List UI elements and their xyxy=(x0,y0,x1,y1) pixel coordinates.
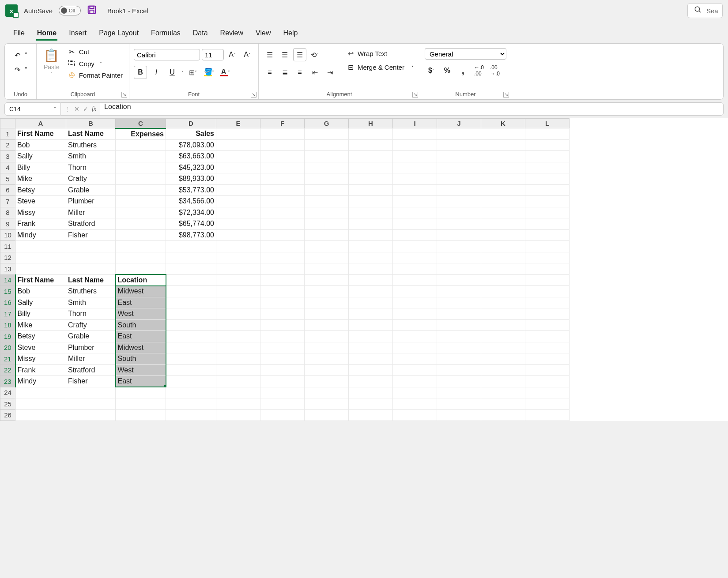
cell-A25[interactable] xyxy=(15,398,66,410)
row-header-23[interactable]: 23 xyxy=(0,376,15,387)
column-header-A[interactable]: A xyxy=(15,119,66,128)
cell-H4[interactable] xyxy=(349,162,393,173)
font-size-input[interactable] xyxy=(202,49,224,60)
cell-F19[interactable] xyxy=(260,331,305,342)
cell-K10[interactable] xyxy=(481,229,525,241)
cell-L18[interactable] xyxy=(525,319,570,331)
cell-B14[interactable]: Last Name xyxy=(66,274,116,286)
cell-H12[interactable] xyxy=(349,252,393,263)
name-box[interactable]: C14 ˅ xyxy=(4,102,61,116)
cell-A9[interactable]: Frank xyxy=(15,218,66,230)
cell-B23[interactable]: Fisher xyxy=(66,376,116,387)
cell-D22[interactable] xyxy=(166,364,216,376)
cell-B13[interactable] xyxy=(66,263,116,275)
cell-A6[interactable]: Betsy xyxy=(15,184,66,196)
cell-G12[interactable] xyxy=(305,252,349,263)
font-color-button[interactable]: A xyxy=(218,66,231,79)
cell-C16[interactable]: East xyxy=(116,297,166,308)
select-all-corner[interactable] xyxy=(0,119,15,128)
row-header-10[interactable]: 10 xyxy=(0,229,15,241)
cell-B25[interactable] xyxy=(66,398,116,410)
cell-K25[interactable] xyxy=(481,398,525,410)
cell-A19[interactable]: Betsy xyxy=(15,331,66,342)
cell-D11[interactable] xyxy=(166,241,216,252)
cell-F22[interactable] xyxy=(260,364,305,376)
cell-I26[interactable] xyxy=(393,409,437,421)
tab-formulas[interactable]: Formulas xyxy=(150,26,181,40)
cell-G20[interactable] xyxy=(305,342,349,353)
cell-E15[interactable] xyxy=(216,286,260,297)
tab-review[interactable]: Review xyxy=(219,26,244,40)
cell-C20[interactable]: Midwest xyxy=(116,342,166,353)
cancel-formula-button[interactable]: ✕ xyxy=(74,105,79,113)
cell-F6[interactable] xyxy=(260,184,305,196)
cell-G19[interactable] xyxy=(305,331,349,342)
cell-I1[interactable] xyxy=(393,128,437,140)
column-header-I[interactable]: I xyxy=(393,119,437,128)
cell-H26[interactable] xyxy=(349,409,393,421)
cell-B17[interactable]: Thorn xyxy=(66,308,116,320)
cell-D18[interactable] xyxy=(166,319,216,331)
cell-I10[interactable] xyxy=(393,229,437,241)
cell-F7[interactable] xyxy=(260,196,305,207)
cell-L22[interactable] xyxy=(525,364,570,376)
cell-C14[interactable]: Location xyxy=(116,274,166,286)
cell-C1[interactable]: Expenses xyxy=(116,128,166,140)
cell-D16[interactable] xyxy=(166,297,216,308)
tab-file[interactable]: File xyxy=(12,26,26,40)
cell-I22[interactable] xyxy=(393,364,437,376)
cell-E21[interactable] xyxy=(216,353,260,365)
clipboard-launcher[interactable]: ↘ xyxy=(121,92,127,98)
cell-C9[interactable] xyxy=(116,218,166,230)
cell-F3[interactable] xyxy=(260,151,305,162)
cell-K13[interactable] xyxy=(481,263,525,275)
row-header-5[interactable]: 5 xyxy=(0,173,15,185)
cell-C26[interactable] xyxy=(116,409,166,421)
cell-J6[interactable] xyxy=(437,184,481,196)
cell-A23[interactable]: Mindy xyxy=(15,376,66,387)
cell-I23[interactable] xyxy=(393,376,437,387)
cell-H22[interactable] xyxy=(349,364,393,376)
cell-F15[interactable] xyxy=(260,286,305,297)
cell-E18[interactable] xyxy=(216,319,260,331)
cell-A11[interactable] xyxy=(15,241,66,252)
cell-F21[interactable] xyxy=(260,353,305,365)
cell-G11[interactable] xyxy=(305,241,349,252)
cell-H10[interactable] xyxy=(349,229,393,241)
cell-K5[interactable] xyxy=(481,173,525,185)
cell-A8[interactable]: Missy xyxy=(15,207,66,218)
cell-F4[interactable] xyxy=(260,162,305,173)
cell-J4[interactable] xyxy=(437,162,481,173)
cell-C5[interactable] xyxy=(116,173,166,185)
cell-L13[interactable] xyxy=(525,263,570,275)
cell-D1[interactable]: Sales xyxy=(166,128,216,140)
cell-K22[interactable] xyxy=(481,364,525,376)
cell-G9[interactable] xyxy=(305,218,349,230)
align-left-button[interactable]: ≡ xyxy=(263,66,276,79)
comma-button[interactable]: , xyxy=(456,64,470,77)
row-header-21[interactable]: 21 xyxy=(0,353,15,365)
cell-K17[interactable] xyxy=(481,308,525,320)
cell-F8[interactable] xyxy=(260,207,305,218)
cell-C21[interactable]: South xyxy=(116,353,166,365)
cell-I3[interactable] xyxy=(393,151,437,162)
cell-L3[interactable] xyxy=(525,151,570,162)
cell-J21[interactable] xyxy=(437,353,481,365)
row-header-24[interactable]: 24 xyxy=(0,387,15,398)
row-header-15[interactable]: 15 xyxy=(0,286,15,297)
cell-A5[interactable]: Mike xyxy=(15,173,66,185)
cell-G1[interactable] xyxy=(305,128,349,140)
cell-L9[interactable] xyxy=(525,218,570,230)
cell-G21[interactable] xyxy=(305,353,349,365)
row-header-6[interactable]: 6 xyxy=(0,184,15,196)
cell-J22[interactable] xyxy=(437,364,481,376)
cell-H17[interactable] xyxy=(349,308,393,320)
cell-H1[interactable] xyxy=(349,128,393,140)
cell-F16[interactable] xyxy=(260,297,305,308)
column-header-E[interactable]: E xyxy=(216,119,260,128)
cell-A13[interactable] xyxy=(15,263,66,275)
cell-K21[interactable] xyxy=(481,353,525,365)
cell-B8[interactable]: Miller xyxy=(66,207,116,218)
cell-B1[interactable]: Last Name xyxy=(66,128,116,140)
borders-button[interactable]: ⊞ xyxy=(186,66,200,79)
